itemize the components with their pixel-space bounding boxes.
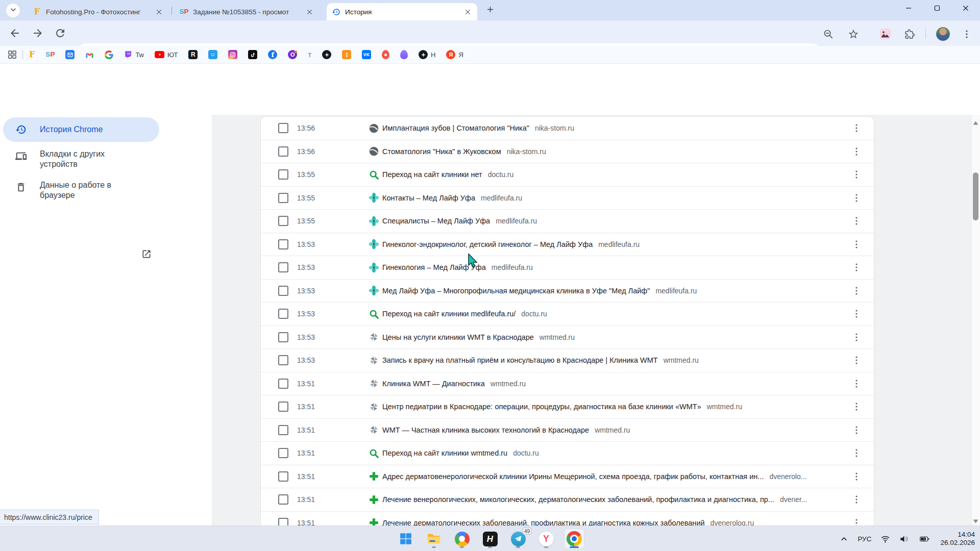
history-entry-row[interactable]: 13:51Адрес дерматовенерологической клини… (261, 465, 874, 489)
taskbar-chrome[interactable] (564, 529, 584, 549)
entry-checkbox[interactable] (278, 355, 288, 365)
back-button[interactable] (9, 27, 21, 39)
entry-checkbox[interactable] (278, 332, 288, 342)
entry-checkbox[interactable] (278, 379, 288, 389)
entry-title-link[interactable]: WMT — Частная клиника высоких технологий… (382, 426, 589, 434)
entry-checkbox[interactable] (278, 448, 288, 458)
history-entry-row[interactable]: 13:53Гинеколог-эндокринолог, детский гин… (261, 233, 874, 257)
tab-close-icon[interactable] (305, 8, 314, 16)
new-tab-button[interactable] (484, 4, 497, 17)
entry-title-link[interactable]: Переход на сайт клиники medlifeufa.ru/ (382, 310, 516, 318)
bookmark-item[interactable]: Tw (124, 51, 144, 59)
tab-close-icon[interactable] (155, 8, 163, 16)
entry-checkbox[interactable] (278, 169, 288, 180)
sidebar-item-chrome-history[interactable]: История Chrome (3, 117, 159, 142)
entry-title-link[interactable]: Специалисты – Мед Лайф Уфа (382, 217, 490, 225)
entry-menu-button[interactable] (850, 122, 863, 134)
tab-zadanie[interactable]: SP Задание №1053855 - просмот (175, 3, 319, 20)
bookmark-item[interactable] (322, 50, 331, 59)
entry-title-link[interactable]: Переход на сайт клиники нет (382, 170, 482, 179)
entry-checkbox[interactable] (278, 286, 288, 296)
bookmark-item[interactable]: SP (45, 51, 55, 58)
close-button[interactable] (951, 0, 980, 17)
history-entry-row[interactable]: 13:56Стоматология "Ника" в Жуковскомnika… (261, 140, 874, 164)
bookmark-item[interactable]: F (29, 51, 35, 59)
entry-menu-button[interactable] (850, 424, 863, 436)
apps-grid-icon[interactable] (7, 49, 17, 60)
entry-title-link[interactable]: Адрес дерматовенерологической клиники Ир… (382, 472, 764, 481)
entry-menu-button[interactable] (850, 238, 863, 251)
scrollbar-thumb[interactable] (973, 172, 978, 220)
bookmark-item[interactable]: т (308, 51, 311, 59)
entry-menu-button[interactable] (850, 215, 863, 227)
taskbar-file-explorer[interactable] (424, 529, 444, 549)
entry-menu-button[interactable] (850, 378, 863, 390)
bookmark-button[interactable] (848, 29, 859, 40)
entry-checkbox[interactable] (278, 262, 288, 272)
entry-checkbox[interactable] (278, 518, 288, 525)
extensions-button[interactable] (904, 29, 915, 40)
battery-icon[interactable] (918, 534, 932, 544)
tab-search-button[interactable] (6, 4, 20, 17)
tab-close-icon[interactable] (463, 8, 472, 16)
taskbar-windows-start[interactable] (396, 529, 416, 549)
clock[interactable]: 14:04 26.02.2026 (940, 531, 975, 547)
history-entry-row[interactable]: 13:55Контакты – Мед Лайф Уфаmedlifeufa.r… (261, 187, 874, 210)
entry-checkbox[interactable] (278, 309, 288, 319)
bookmark-item[interactable] (208, 50, 217, 59)
tab-history-active[interactable]: История (327, 3, 477, 20)
taskbar-h-app[interactable]: H (480, 529, 500, 549)
entry-title-link[interactable]: Гинеколог-эндокринолог, детский гинеколо… (382, 240, 593, 248)
taskbar-yandex-browser[interactable]: Y (536, 529, 556, 549)
entry-checkbox[interactable] (278, 402, 288, 412)
bookmark-item[interactable]: R (188, 50, 198, 59)
history-entry-row[interactable]: 13:55Переход на сайт клиники нетdoctu.ru (261, 163, 874, 187)
entry-menu-button[interactable] (850, 517, 863, 525)
entry-menu-button[interactable] (850, 192, 863, 204)
reload-button[interactable] (54, 27, 66, 39)
forward-button[interactable] (32, 27, 44, 39)
history-entry-row[interactable]: 13:51Лечение венерологических, микологич… (261, 488, 874, 512)
entry-checkbox[interactable] (278, 471, 288, 482)
history-entry-row[interactable]: 13:53Гинекология – Мед Лайф Уфаmedlifeuf… (261, 256, 874, 280)
taskbar-ring-browser[interactable] (452, 529, 472, 549)
browser-menu-button[interactable] (961, 29, 972, 40)
taskbar-telegram[interactable]: 49 (508, 529, 528, 549)
entry-title-link[interactable]: Цены на услуги клиники WMT в Краснодаре (382, 333, 534, 341)
bookmark-item[interactable] (65, 50, 75, 59)
sidebar-item-browsing-data[interactable]: Данные о работе в браузере (3, 180, 159, 201)
entry-checkbox[interactable] (278, 193, 288, 203)
bookmark-item[interactable]: ЯЯ (446, 50, 463, 59)
entry-checkbox[interactable] (278, 494, 288, 505)
entry-checkbox[interactable] (278, 216, 288, 226)
tab-fotohosting[interactable]: F Fotohosting.Pro - Фотохостинг (28, 3, 168, 20)
image-extension-button[interactable] (880, 29, 891, 40)
entry-title-link[interactable]: Имплантация зубов | Стоматология "Ника" (382, 124, 529, 132)
entry-menu-button[interactable] (850, 447, 863, 459)
entry-title-link[interactable]: Запись к врачу на платный приём и консул… (382, 356, 658, 364)
bookmark-item[interactable]: ЮТ (155, 51, 178, 59)
sidebar-item-tabs-other-devices[interactable]: Вкладки с других устройств (3, 149, 159, 169)
entry-menu-button[interactable] (850, 493, 863, 506)
history-entry-row[interactable]: 13:51Переход на сайт клиники wmtmed.rudo… (261, 442, 874, 465)
history-entry-row[interactable]: 13:56Имплантация зубов | Стоматология "Н… (261, 117, 874, 140)
history-entry-row[interactable]: 13:53Мед Лайф Уфа – Многопрофильная меди… (261, 280, 874, 303)
tray-chevron-up-icon[interactable] (839, 534, 849, 544)
entry-menu-button[interactable] (850, 285, 863, 297)
entry-title-link[interactable]: Контакты – Мед Лайф Уфа (382, 194, 475, 202)
bookmark-item[interactable] (342, 50, 351, 59)
entry-title-link[interactable]: Мед Лайф Уфа – Многопрофильная медицинск… (382, 287, 650, 295)
entry-menu-button[interactable] (850, 308, 863, 320)
entry-title-link[interactable]: Клиника WMT — Диагностика (382, 380, 485, 388)
entry-menu-button[interactable] (850, 261, 863, 273)
entry-title-link[interactable]: Лечение венерологических, микологических… (382, 495, 774, 504)
bookmark-item[interactable]: O (288, 50, 297, 59)
history-entry-row[interactable]: 13:55Специалисты – Мед Лайф Уфаmedlifeuf… (261, 210, 874, 233)
entry-menu-button[interactable] (850, 331, 863, 343)
wifi-icon[interactable] (880, 534, 890, 544)
bookmark-item[interactable] (105, 51, 113, 59)
entry-menu-button[interactable] (850, 470, 863, 483)
history-entry-row[interactable]: 13:53Запись к врачу на платный приём и к… (261, 349, 874, 372)
bookmark-item[interactable] (228, 50, 237, 59)
history-entry-row[interactable]: 13:51Лечение дерматологических заболеван… (261, 512, 874, 526)
